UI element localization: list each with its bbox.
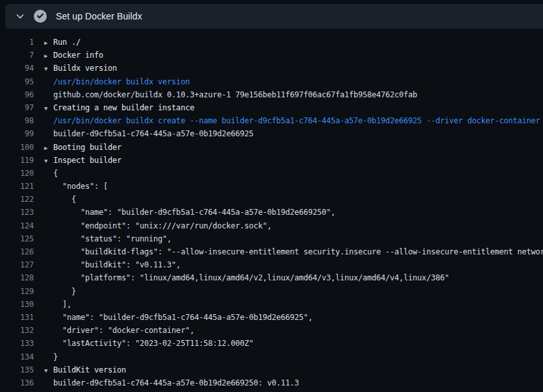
log-line[interactable]: 129 } xyxy=(0,285,543,298)
line-number[interactable]: 126 xyxy=(0,245,34,258)
group-collapse-icon[interactable]: ▼ xyxy=(44,62,53,75)
line-number[interactable]: 132 xyxy=(0,324,34,337)
log-line[interactable]: 136builder-d9cfb5a1-c764-445a-a57e-0b19d… xyxy=(0,376,543,389)
line-number[interactable]: 135 xyxy=(0,363,34,376)
output-text: { xyxy=(53,193,76,206)
line-number[interactable]: 120 xyxy=(0,167,34,180)
group-expand-icon[interactable]: ▶ xyxy=(44,36,53,49)
line-number[interactable]: 131 xyxy=(0,311,34,324)
line-number[interactable]: 134 xyxy=(0,350,34,363)
log-line[interactable]: 120{ xyxy=(0,167,543,180)
log-line[interactable]: 99builder-d9cfb5a1-c764-445a-a57e-0b19d2… xyxy=(0,127,543,140)
line-number[interactable]: 136 xyxy=(0,376,34,389)
output-text: builder-d9cfb5a1-c764-445a-a57e-0b19d2e6… xyxy=(53,376,299,389)
line-number[interactable]: 98 xyxy=(0,114,34,127)
group-expand-icon[interactable]: ▶ xyxy=(44,141,53,154)
check-circle-icon xyxy=(34,10,47,23)
group-title[interactable]: BuildKit version xyxy=(53,363,126,376)
log-line[interactable]: 127 "buildkit": "v0.11.3", xyxy=(0,258,543,271)
output-text: "driver": "docker-container", xyxy=(53,324,194,337)
log-line[interactable]: 132 "driver": "docker-container", xyxy=(0,324,543,337)
output-text: "buildkitd-flags": "--allow-insecure-ent… xyxy=(53,245,543,258)
step-title: Set up Docker Buildx xyxy=(56,11,142,21)
line-number[interactable]: 130 xyxy=(0,298,34,311)
line-number[interactable]: 121 xyxy=(0,180,34,193)
output-text: ], xyxy=(53,298,71,311)
output-text: } xyxy=(53,350,58,363)
output-text: "endpoint": "unix:///var/run/docker.sock… xyxy=(53,219,272,232)
output-text: "platforms": "linux/amd64,linux/amd64/v2… xyxy=(53,271,449,284)
line-number[interactable]: 95 xyxy=(0,75,34,88)
group-title[interactable]: Booting builder xyxy=(53,141,121,154)
step-header[interactable]: Set up Docker Buildx xyxy=(5,4,543,29)
log-group-line[interactable]: 119▼Inspect builder xyxy=(0,154,543,167)
group-title[interactable]: Inspect builder xyxy=(53,154,121,167)
command-text: /usr/bin/docker buildx create --name bui… xyxy=(53,114,540,127)
line-number[interactable]: 97 xyxy=(0,101,34,114)
group-collapse-icon[interactable]: ▼ xyxy=(44,102,53,115)
line-number[interactable]: 119 xyxy=(0,154,34,167)
log-line[interactable]: 131 "name": "builder-d9cfb5a1-c764-445a-… xyxy=(0,311,543,324)
log-line[interactable]: 130 ], xyxy=(0,298,543,311)
log-group-line[interactable]: 100▶Booting builder xyxy=(0,141,543,154)
line-number[interactable]: 129 xyxy=(0,285,34,298)
output-text: "lastActivity": "2023-02-25T11:58:12.000… xyxy=(53,337,253,350)
line-number[interactable]: 7 xyxy=(0,49,34,62)
line-number[interactable]: 123 xyxy=(0,206,34,219)
log-line[interactable]: 126 "buildkitd-flags": "--allow-insecure… xyxy=(0,245,543,258)
line-number[interactable]: 100 xyxy=(0,141,34,154)
log-line[interactable]: 134} xyxy=(0,350,543,363)
log-line[interactable]: 128 "platforms": "linux/amd64,linux/amd6… xyxy=(0,271,543,284)
log-group-line[interactable]: 97▼Creating a new builder instance xyxy=(0,101,543,114)
log-line[interactable]: 124 "endpoint": "unix:///var/run/docker.… xyxy=(0,219,543,232)
line-number[interactable]: 122 xyxy=(0,193,34,206)
line-number[interactable]: 127 xyxy=(0,258,34,271)
output-text: "name": "builder-d9cfb5a1-c764-445a-a57e… xyxy=(53,311,312,324)
line-number[interactable]: 96 xyxy=(0,88,34,101)
output-text: "status": "running", xyxy=(53,232,171,245)
group-title[interactable]: Creating a new builder instance xyxy=(53,101,194,114)
log-viewer[interactable]: 1▶Run ./7▶Docker info94▼Buildx version95… xyxy=(0,29,543,392)
log-line[interactable]: 122 { xyxy=(0,193,543,206)
log-group-line[interactable]: 1▶Run ./ xyxy=(0,36,543,49)
output-text: builder-d9cfb5a1-c764-445a-a57e-0b19d2e6… xyxy=(53,127,253,140)
line-number[interactable]: 124 xyxy=(0,219,34,232)
output-text: github.com/docker/buildx 0.10.3+azure-1 … xyxy=(53,88,417,101)
output-text: "buildkit": "v0.11.3", xyxy=(53,258,181,271)
log-group-line[interactable]: 7▶Docker info xyxy=(0,49,543,62)
log-line[interactable]: 133 "lastActivity": "2023-02-25T11:58:12… xyxy=(0,337,543,350)
line-number[interactable]: 94 xyxy=(0,62,34,75)
output-text: "name": "builder-d9cfb5a1-c764-445a-a57e… xyxy=(53,206,335,219)
line-number[interactable]: 128 xyxy=(0,271,34,284)
chevron-down-icon[interactable] xyxy=(15,11,25,21)
group-expand-icon[interactable]: ▶ xyxy=(44,49,53,62)
log-line[interactable]: 95/usr/bin/docker buildx version xyxy=(0,75,543,88)
log-line[interactable]: 98/usr/bin/docker buildx create --name b… xyxy=(0,114,543,127)
log-line[interactable]: 125 "status": "running", xyxy=(0,232,543,245)
line-number[interactable]: 99 xyxy=(0,127,34,140)
line-number[interactable]: 125 xyxy=(0,232,34,245)
line-number[interactable]: 133 xyxy=(0,337,34,350)
log-group-line[interactable]: 94▼Buildx version xyxy=(0,62,543,75)
group-title[interactable]: Docker info xyxy=(53,49,103,62)
output-text: { xyxy=(53,167,58,180)
line-number[interactable]: 1 xyxy=(0,36,34,49)
group-collapse-icon[interactable]: ▼ xyxy=(44,154,53,167)
group-collapse-icon[interactable]: ▼ xyxy=(44,364,53,377)
command-text: /usr/bin/docker buildx version xyxy=(53,75,190,88)
log-group-line[interactable]: 135▼BuildKit version xyxy=(0,363,543,376)
group-title[interactable]: Run ./ xyxy=(53,36,81,49)
log-line[interactable]: 96github.com/docker/buildx 0.10.3+azure-… xyxy=(0,88,543,101)
group-title[interactable]: Buildx version xyxy=(53,62,117,75)
log-line[interactable]: 123 "name": "builder-d9cfb5a1-c764-445a-… xyxy=(0,206,543,219)
actions-log-page: Set up Docker Buildx 1▶Run ./7▶Docker in… xyxy=(0,0,543,392)
log-line[interactable]: 121 "nodes": [ xyxy=(0,180,543,193)
output-text: "nodes": [ xyxy=(53,180,108,193)
output-text: } xyxy=(53,285,76,298)
